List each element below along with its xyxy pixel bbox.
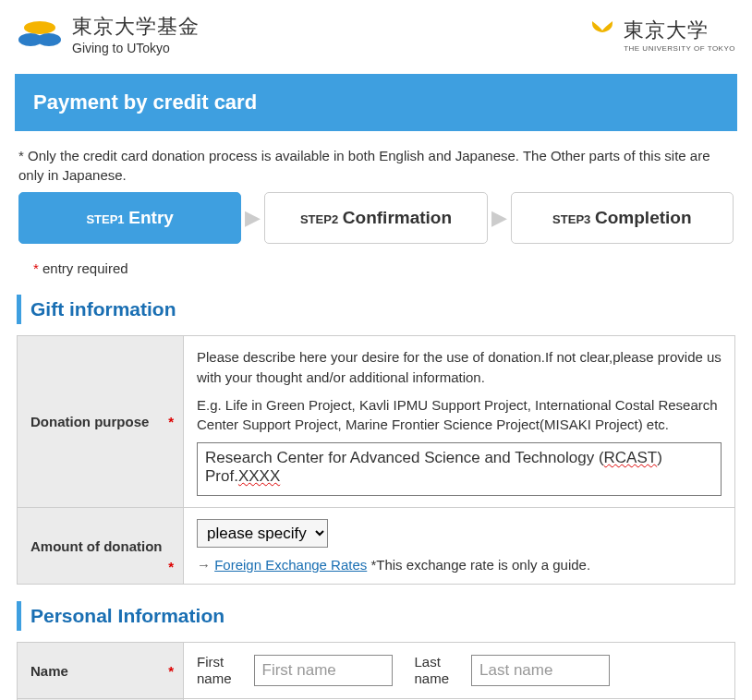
- chevron-right-icon: ▶: [245, 206, 261, 230]
- logo-left: 東京大学基金 Giving to UTokyo: [17, 13, 200, 55]
- step-1-entry: STEP1 Entry: [18, 192, 241, 244]
- logo-text-jp: 東京大学基金: [72, 13, 200, 41]
- chevron-right-icon: ▶: [491, 206, 507, 230]
- section-header-personal: Personal Information: [17, 601, 735, 631]
- amount-label: Amount of donation *: [18, 508, 184, 585]
- language-note: * Only the credit card donation process …: [0, 131, 752, 192]
- university-name-jp: 東京大学: [624, 17, 735, 44]
- header: 東京大学基金 Giving to UTokyo 東京大学 THE UNIVERS…: [0, 0, 752, 65]
- step-indicator: STEP1 Entry ▶ STEP2 Confirmation ▶ STEP3…: [0, 192, 752, 257]
- last-name-label: Last name: [415, 654, 450, 687]
- donation-purpose-label: Donation purpose *: [18, 336, 184, 508]
- utokyo-fund-logo-icon: [17, 18, 63, 51]
- svg-point-0: [24, 21, 55, 34]
- university-name-en: THE UNIVERSITY OF TOKYO: [624, 44, 735, 53]
- purpose-help-2: E.g. Life in Green Project, Kavli IPMU S…: [197, 395, 722, 436]
- amount-select[interactable]: please specify: [197, 519, 328, 548]
- first-name-input[interactable]: [254, 655, 393, 686]
- ginkgo-leaf-icon: [588, 18, 616, 52]
- personal-form-table: Name * First name Last name: [17, 642, 735, 700]
- entry-required-note: * entry required: [0, 257, 752, 289]
- section-header-gift: Gift information: [17, 295, 735, 324]
- exchange-line: → Foreign Exchange Rates *This exchange …: [197, 557, 722, 573]
- donation-purpose-input[interactable]: Research Center for Advanced Science and…: [197, 442, 722, 496]
- page-title-bar: Payment by credit card: [15, 74, 737, 131]
- purpose-help-1: Please describe here your desire for the…: [197, 347, 722, 388]
- logo-right: 東京大学 THE UNIVERSITY OF TOKYO: [588, 17, 735, 53]
- first-name-label: First name: [197, 654, 232, 687]
- asterisk-icon: *: [168, 559, 174, 574]
- foreign-exchange-link[interactable]: Foreign Exchange Rates: [214, 557, 367, 573]
- step-2-confirmation: STEP2 Confirmation: [264, 192, 487, 244]
- step-3-completion: STEP3 Completion: [511, 192, 734, 244]
- name-label: Name *: [18, 643, 184, 699]
- arrow-right-icon: →: [197, 557, 211, 573]
- asterisk-icon: *: [168, 663, 174, 679]
- asterisk-icon: *: [168, 414, 174, 429]
- gift-form-table: Donation purpose * Please describe here …: [17, 335, 735, 585]
- last-name-input[interactable]: [471, 655, 610, 686]
- logo-text-en: Giving to UTokyo: [72, 41, 200, 55]
- svg-point-2: [37, 33, 61, 46]
- page-title: Payment by credit card: [33, 91, 719, 115]
